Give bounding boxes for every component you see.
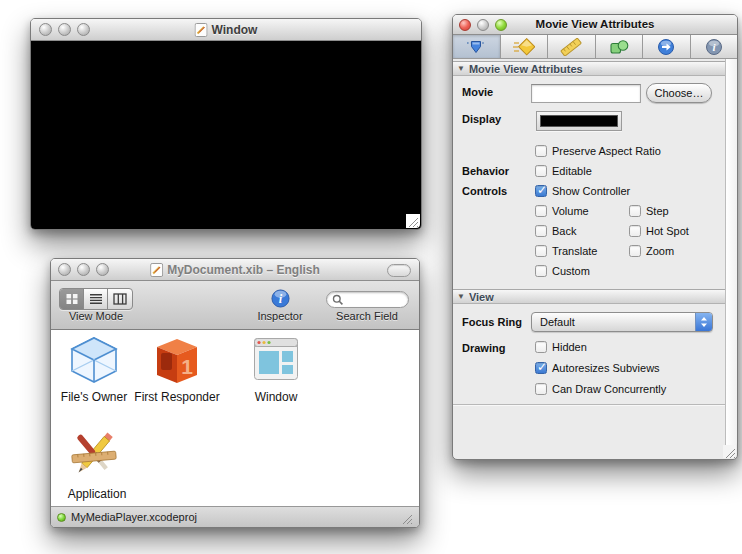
ruler-icon bbox=[560, 38, 582, 56]
files-owner-cube-icon bbox=[69, 337, 119, 384]
focus-ring-label: Focus Ring bbox=[462, 316, 522, 328]
first-responder-cube-icon: 1 bbox=[153, 338, 201, 384]
checkbox-label: Show Controller bbox=[552, 185, 630, 197]
checkbox-hidden[interactable] bbox=[535, 341, 547, 353]
xib-window-titlebar[interactable]: MyDocument.xib – English bbox=[51, 259, 419, 281]
checkbox-volume[interactable] bbox=[535, 205, 547, 217]
project-status-led bbox=[57, 513, 66, 522]
column-view-segment[interactable] bbox=[108, 289, 132, 309]
tab-attributes[interactable] bbox=[453, 35, 501, 58]
grid-view-icon bbox=[65, 293, 79, 305]
tab-effects[interactable] bbox=[501, 35, 549, 58]
checkbox-label: Preserve Aspect Ratio bbox=[552, 145, 661, 157]
toolbar-toggle-button[interactable] bbox=[387, 264, 411, 277]
checkbox-label: Autoresizes Subviews bbox=[552, 362, 660, 374]
zoom-button[interactable] bbox=[77, 23, 90, 36]
checkbox-back[interactable] bbox=[535, 225, 547, 237]
checkbox-label: Step bbox=[646, 205, 669, 217]
minimize-button[interactable] bbox=[477, 19, 489, 31]
checkbox-preserve-aspect-ratio[interactable] bbox=[535, 145, 547, 157]
movie-window-titlebar[interactable]: Window bbox=[31, 19, 421, 41]
icon-view-segment[interactable] bbox=[60, 289, 84, 309]
movie-window: Window bbox=[30, 18, 422, 230]
minimize-button[interactable] bbox=[77, 263, 90, 276]
checkbox-step[interactable] bbox=[629, 205, 641, 217]
checkbox-translate[interactable] bbox=[535, 245, 547, 257]
files-owner-item[interactable] bbox=[69, 337, 119, 388]
application-item[interactable] bbox=[69, 429, 119, 483]
attributes-icon bbox=[465, 38, 487, 56]
checkbox-editable[interactable] bbox=[535, 165, 547, 177]
view-mode-label: View Mode bbox=[69, 310, 123, 322]
checkbox-show-controller[interactable] bbox=[535, 185, 547, 197]
display-label: Display bbox=[462, 113, 501, 125]
checkbox-custom[interactable] bbox=[535, 265, 547, 277]
window-item[interactable] bbox=[254, 338, 298, 384]
document-objects-area: File's Owner 1 First Responder bbox=[51, 330, 419, 506]
svg-text:i: i bbox=[279, 292, 283, 306]
xib-document-window: MyDocument.xib – English View Mode i Ins… bbox=[50, 258, 420, 528]
inspector-window: Movie View Attributes i ▼ Movie View Att… bbox=[452, 14, 738, 460]
movie-field-label: Movie bbox=[462, 86, 493, 98]
tab-bindings[interactable] bbox=[643, 35, 691, 58]
search-field[interactable] bbox=[326, 291, 409, 308]
bindings-icon bbox=[655, 38, 677, 56]
resize-grip[interactable] bbox=[723, 445, 736, 458]
info-icon: i bbox=[271, 289, 290, 308]
status-bar: MyMediaPlayer.xcodeproj bbox=[51, 506, 419, 527]
checkbox-can-draw-concurrently[interactable] bbox=[535, 383, 547, 395]
movie-view-black-area[interactable] bbox=[31, 41, 421, 229]
checkbox-label: Hot Spot bbox=[646, 225, 689, 237]
section-view[interactable]: ▼ View bbox=[453, 289, 727, 304]
section-title: View bbox=[469, 291, 494, 303]
checkbox-label: Back bbox=[552, 225, 576, 237]
inspector-title: Movie View Attributes bbox=[536, 18, 655, 30]
checkbox-autoresizes-subviews[interactable] bbox=[535, 362, 547, 374]
tab-connections[interactable] bbox=[596, 35, 644, 58]
close-button[interactable] bbox=[58, 263, 71, 276]
scrollbar-track[interactable] bbox=[725, 59, 737, 446]
identity-info-icon: i bbox=[703, 38, 725, 56]
tab-size[interactable] bbox=[548, 35, 596, 58]
minimize-button[interactable] bbox=[58, 23, 71, 36]
focus-ring-popup[interactable]: Default bbox=[531, 312, 713, 332]
controls-label: Controls bbox=[462, 185, 507, 197]
tab-identity[interactable]: i bbox=[691, 35, 738, 58]
checkbox-zoom[interactable] bbox=[629, 245, 641, 257]
checkbox-label: Custom bbox=[552, 265, 590, 277]
movie-input[interactable] bbox=[531, 84, 641, 103]
project-name: MyMediaPlayer.xcodeproj bbox=[71, 511, 197, 523]
inspector-titlebar[interactable]: Movie View Attributes bbox=[453, 15, 737, 35]
section-movie-view-attributes[interactable]: ▼ Movie View Attributes bbox=[453, 61, 727, 76]
display-color-well[interactable] bbox=[536, 111, 622, 131]
inspector-button[interactable]: i bbox=[271, 289, 290, 308]
color-swatch bbox=[540, 115, 618, 127]
effects-icon bbox=[513, 38, 535, 56]
resize-grip[interactable] bbox=[400, 511, 413, 524]
document-toolbar: View Mode i Inspector Search Field bbox=[51, 281, 419, 330]
list-view-icon bbox=[89, 293, 103, 305]
zoom-button[interactable] bbox=[96, 263, 109, 276]
xib-window-title: MyDocument.xib – English bbox=[167, 263, 320, 277]
checkbox-label: Hidden bbox=[552, 341, 587, 353]
window-item-label: Window bbox=[255, 390, 298, 404]
close-button[interactable] bbox=[39, 23, 52, 36]
zoom-button[interactable] bbox=[495, 19, 507, 31]
disclosure-triangle[interactable]: ▼ bbox=[457, 64, 465, 73]
popup-value: Default bbox=[532, 316, 695, 328]
first-responder-item[interactable]: 1 bbox=[153, 338, 201, 388]
list-view-segment[interactable] bbox=[84, 289, 108, 309]
application-label: Application bbox=[68, 487, 127, 501]
checkbox-label: Can Draw Concurrently bbox=[552, 383, 666, 395]
search-input[interactable] bbox=[347, 294, 407, 306]
disclosure-triangle[interactable]: ▼ bbox=[457, 292, 465, 301]
choose-button[interactable]: Choose… bbox=[646, 83, 712, 103]
movie-window-title: Window bbox=[212, 23, 258, 37]
checkbox-label: Zoom bbox=[646, 245, 674, 257]
application-icon bbox=[69, 429, 119, 479]
window-icon bbox=[254, 338, 298, 380]
close-button[interactable] bbox=[459, 19, 471, 31]
resize-grip[interactable] bbox=[406, 214, 420, 228]
search-field-label: Search Field bbox=[336, 310, 398, 322]
checkbox-hot-spot[interactable] bbox=[629, 225, 641, 237]
